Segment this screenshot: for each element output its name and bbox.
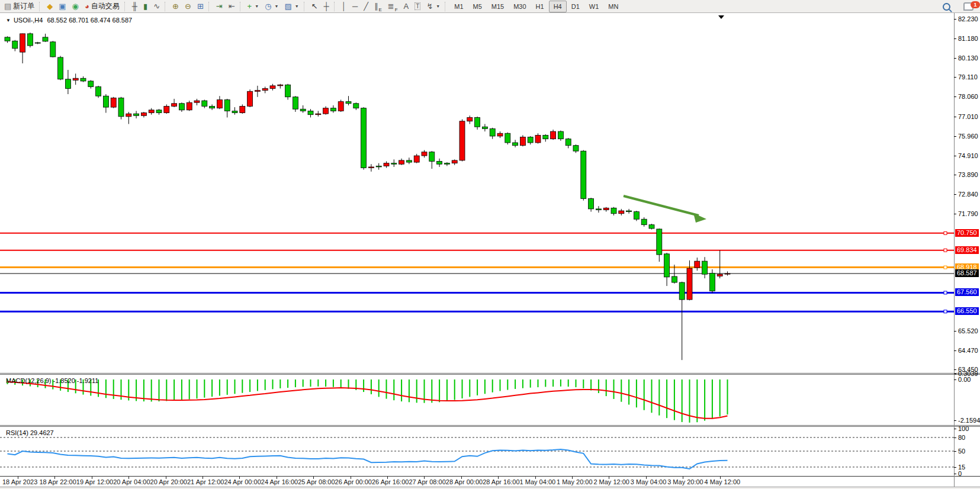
horizontal-line-button[interactable]: ─: [349, 1, 361, 12]
arrows-button[interactable]: ↯▼: [423, 1, 443, 12]
market-watch-button[interactable]: ◆: [44, 1, 56, 12]
price-level-badge: 68.587: [955, 269, 979, 277]
time-tick-label: 26 Apr 00:00: [335, 478, 372, 485]
chevron-down-icon[interactable]: ▼: [274, 4, 278, 8]
chat-button[interactable]: 1: [960, 1, 976, 12]
toolbar-separator: [304, 2, 307, 11]
templates-button[interactable]: ▨▼: [281, 1, 301, 12]
candle-body: [558, 131, 563, 139]
candle-body: [179, 104, 184, 110]
zoom-in-button[interactable]: ⊕: [169, 1, 182, 12]
time-tick-label: 28 Apr 16:00: [483, 478, 519, 485]
chart-shift-button[interactable]: ⇤: [226, 1, 238, 12]
timeframe-mn-button[interactable]: MN: [603, 1, 623, 12]
candle-body: [422, 152, 427, 156]
candle-body: [368, 167, 374, 168]
price-tick-mark: [954, 156, 956, 156]
macd-canvas[interactable]: [0, 375, 954, 425]
rsi-canvas[interactable]: [0, 427, 954, 476]
candlestick-chart-icon: ▮: [143, 2, 147, 10]
price-tick-mark: [954, 194, 956, 195]
candlestick-chart-button[interactable]: ▮: [140, 1, 150, 12]
candle-body: [308, 111, 313, 114]
auto-scroll-button[interactable]: ⇥: [213, 1, 226, 12]
crosshair-button[interactable]: ┼: [321, 1, 332, 12]
bar-chart-button[interactable]: ╫: [129, 1, 140, 12]
chart-shift-marker-icon[interactable]: [718, 15, 724, 19]
candle-body: [611, 208, 616, 213]
templates-icon: ▨: [284, 2, 291, 10]
candle-body: [679, 282, 685, 300]
chevron-down-icon[interactable]: ▼: [436, 4, 440, 8]
timeframe-w1-button[interactable]: W1: [584, 1, 604, 12]
periods-button[interactable]: ◷▼: [262, 1, 281, 12]
price-tick-mark: [954, 369, 956, 370]
timeframe-h1-button[interactable]: H1: [531, 1, 549, 12]
price-tick-mark: [954, 19, 956, 20]
time-axis[interactable]: 18 Apr 202318 Apr 22:0019 Apr 12:0020 Ap…: [0, 477, 954, 487]
time-tick-label: 18 Apr 22:00: [39, 478, 76, 485]
panel-separator[interactable]: [0, 425, 980, 426]
rsi-tick-mark: [954, 437, 956, 438]
channel-button[interactable]: ∥E: [371, 1, 385, 12]
trendline-button[interactable]: ╱: [361, 1, 371, 12]
price-level-badge: 67.560: [955, 288, 979, 296]
candle-body: [354, 104, 359, 108]
panel-separator[interactable]: [0, 426, 980, 427]
chart-title: ▼ USOil-,H4 68.552 68.701 68.474 68.587: [6, 17, 132, 24]
symbol-dropdown-icon[interactable]: ▼: [6, 18, 11, 23]
time-tick-label: 1 May 04:00: [520, 478, 556, 485]
terminal-button[interactable]: ▣: [56, 1, 69, 12]
indicators-button[interactable]: +▼: [245, 1, 262, 12]
search-button[interactable]: [940, 1, 953, 12]
arrow-annotation-head[interactable]: [693, 213, 706, 223]
zoom-out-button[interactable]: ⊖: [182, 1, 194, 12]
vertical-line-button[interactable]: │: [339, 1, 349, 12]
text-button[interactable]: A: [401, 1, 412, 12]
candle-body: [467, 117, 473, 121]
text-label-button[interactable]: T: [412, 1, 423, 12]
line-handle[interactable]: [944, 291, 947, 294]
candle-body: [664, 254, 670, 277]
candle-body: [528, 137, 533, 143]
macd-values: -1.8520 -1.9211: [53, 377, 98, 384]
signals-button[interactable]: ◉: [69, 1, 82, 12]
candle-body: [596, 209, 601, 210]
candle-body: [156, 110, 162, 113]
line-handle[interactable]: [944, 310, 947, 313]
new-order-button[interactable]: ▤新订单: [1, 1, 37, 12]
line-handle[interactable]: [944, 266, 947, 269]
timeframe-m30-button[interactable]: M30: [509, 1, 531, 12]
candle-body: [50, 42, 56, 57]
timeframe-m5-button[interactable]: M5: [468, 1, 487, 12]
timeframe-m15-button[interactable]: M15: [487, 1, 509, 12]
chevron-down-icon[interactable]: ▼: [295, 4, 299, 8]
terminal-icon: ▣: [59, 2, 66, 10]
auto-trading-button[interactable]: ◕自动交易: [82, 1, 123, 12]
line-handle[interactable]: [944, 249, 947, 252]
rsi-scale-label: 100: [958, 425, 969, 432]
fibonacci-button[interactable]: ≣F: [385, 1, 401, 12]
chevron-down-icon[interactable]: ▼: [255, 4, 259, 8]
price-tick-label: 79.110: [958, 73, 978, 81]
candle-body: [103, 96, 108, 107]
timeframe-h4-button[interactable]: H4: [549, 1, 567, 12]
chat-badge: 1: [971, 1, 980, 8]
macd-scale-label: 0.00: [958, 376, 971, 383]
price-chart-canvas[interactable]: [0, 14, 954, 373]
rsi-tick-mark: [954, 474, 956, 474]
panel-separator[interactable]: [0, 373, 980, 374]
rsi-tick-mark: [954, 429, 956, 429]
rsi-scale-label: 80: [958, 434, 965, 441]
cursor-button[interactable]: ↖: [309, 1, 321, 12]
panel-separator[interactable]: [0, 374, 980, 375]
line-handle[interactable]: [944, 231, 947, 234]
macd-scale-label: -2.1594: [958, 417, 980, 424]
candle-body: [316, 114, 321, 115]
line-chart-button[interactable]: ∿: [150, 1, 163, 12]
candle-body: [202, 101, 207, 106]
candle-body: [717, 274, 722, 276]
tile-windows-button[interactable]: ⊞: [194, 1, 207, 12]
timeframe-d1-button[interactable]: D1: [567, 1, 584, 12]
timeframe-m1-button[interactable]: M1: [449, 1, 468, 12]
